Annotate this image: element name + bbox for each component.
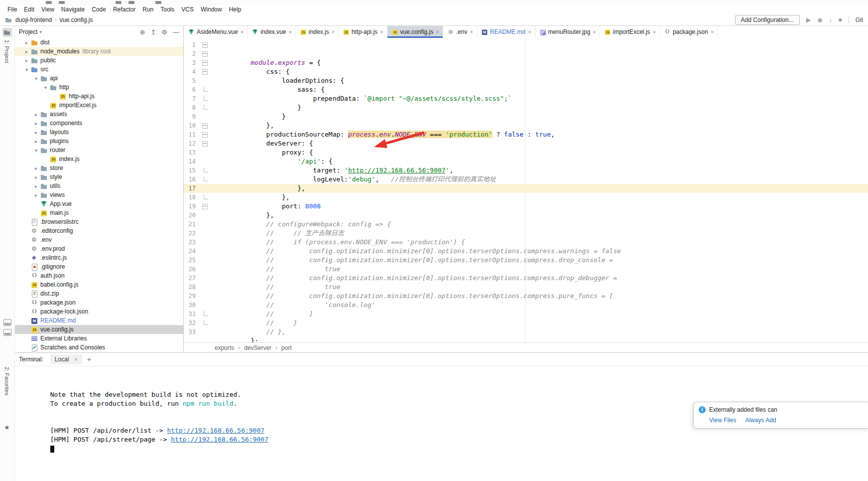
tree-chevron-icon[interactable]: ▸ bbox=[32, 130, 40, 135]
code-line[interactable]: 17 port: 8008 bbox=[184, 184, 868, 193]
fold-icon[interactable] bbox=[204, 194, 208, 199]
menu-item[interactable]: Navigate bbox=[58, 6, 88, 13]
menu-item[interactable]: Refactor bbox=[110, 6, 139, 13]
chevron-down-icon[interactable] bbox=[39, 29, 42, 34]
close-tab-icon[interactable] bbox=[711, 29, 714, 35]
project-tool-button[interactable]: 1: Project bbox=[4, 40, 10, 63]
code-line[interactable]: 9 productionSourceMap: process.env.NODE_… bbox=[184, 112, 868, 121]
code-line[interactable]: 25 // config.optimization.minimizer[0].o… bbox=[184, 256, 868, 265]
project-tool-icon[interactable] bbox=[2, 28, 12, 37]
tree-row[interactable]: .editorconfig bbox=[15, 226, 183, 235]
tree-row[interactable]: .env bbox=[15, 235, 183, 244]
tree-row[interactable]: .env.prod bbox=[15, 244, 183, 253]
tree-row[interactable]: README.md bbox=[15, 316, 183, 325]
close-terminal-tab-icon[interactable] bbox=[74, 356, 77, 362]
close-tab-icon[interactable] bbox=[241, 29, 244, 35]
fold-icon[interactable] bbox=[204, 96, 208, 101]
code-line[interactable]: 22 // config.optimization.minimizer[0].o… bbox=[184, 229, 868, 238]
tree-chevron-icon[interactable]: ▸ bbox=[32, 139, 40, 144]
close-tab-icon[interactable] bbox=[593, 29, 596, 35]
add-configuration-button[interactable]: Add Configuration... bbox=[735, 15, 800, 25]
tree-chevron-icon[interactable]: ▸ bbox=[32, 192, 40, 198]
hide-panel-icon[interactable] bbox=[173, 28, 179, 36]
close-tab-icon[interactable] bbox=[289, 29, 292, 35]
code-line[interactable]: 33 bbox=[184, 327, 868, 336]
favorites-tool-button[interactable]: 2: Favorites bbox=[4, 367, 10, 395]
editor-tab[interactable]: .env bbox=[443, 26, 477, 38]
editor-tab[interactable]: index.js bbox=[296, 26, 339, 38]
menu-item[interactable]: Help bbox=[226, 6, 245, 13]
tree-row[interactable]: ▾ api bbox=[15, 74, 183, 83]
project-panel-title[interactable]: Project bbox=[19, 28, 37, 35]
tree-row[interactable]: importExcel.js bbox=[15, 101, 183, 110]
tree-row[interactable]: auth.json bbox=[15, 271, 183, 280]
editor-tab[interactable]: README.md bbox=[477, 26, 535, 38]
tree-chevron-icon[interactable]: ▸ bbox=[32, 165, 40, 171]
code-line[interactable]: 12 '/api': { bbox=[184, 139, 868, 148]
tree-row[interactable]: dist.zip bbox=[15, 289, 183, 298]
tree-chevron-icon[interactable]: ▾ bbox=[42, 85, 49, 90]
tree-row[interactable]: ▸ node_modules library root bbox=[15, 47, 183, 56]
tree-chevron-icon[interactable]: ▸ bbox=[32, 183, 40, 189]
tree-row[interactable]: External Libraries bbox=[15, 334, 183, 343]
tree-row[interactable]: .eslintrc.js bbox=[15, 253, 183, 262]
tree-chevron-icon[interactable]: ▸ bbox=[23, 49, 30, 54]
tree-row[interactable]: ▾ http bbox=[15, 83, 183, 92]
git-widget[interactable]: Git bbox=[856, 16, 863, 23]
tree-chevron-icon[interactable]: ▾ bbox=[32, 148, 40, 153]
new-terminal-session-icon[interactable] bbox=[87, 355, 91, 363]
tree-chevron-icon[interactable]: ▾ bbox=[32, 76, 40, 81]
close-tab-icon[interactable] bbox=[332, 29, 335, 35]
fold-icon[interactable] bbox=[204, 176, 208, 181]
notification-action-link[interactable]: View Files bbox=[709, 417, 736, 424]
tree-row[interactable]: babel.config.js bbox=[15, 280, 183, 289]
code-line[interactable]: 28 // 'console.log' bbox=[184, 283, 868, 292]
code-line[interactable]: 16 }, bbox=[184, 175, 868, 184]
code-line[interactable]: 13 target: 'http://192.168.66.56:9007', bbox=[184, 148, 868, 157]
fold-icon[interactable] bbox=[204, 87, 208, 92]
tool-window-icon[interactable] bbox=[3, 319, 11, 326]
favorites-star-icon[interactable] bbox=[4, 424, 10, 431]
breadcrumb-project[interactable]: duoji-frontend bbox=[15, 16, 52, 23]
code-line[interactable]: 4 sass: { bbox=[184, 67, 868, 76]
tree-row[interactable]: package-lock.json bbox=[15, 307, 183, 316]
code-line[interactable]: 27 // config.optimization.minimizer[0].o… bbox=[184, 274, 868, 283]
menu-item[interactable]: Run bbox=[139, 6, 157, 13]
fold-icon[interactable] bbox=[204, 167, 208, 172]
notification-action-link[interactable]: Always Add bbox=[745, 417, 776, 424]
tree-chevron-icon[interactable]: ▸ bbox=[32, 174, 40, 180]
tree-row[interactable]: ▸ views bbox=[15, 190, 183, 199]
tree-row[interactable]: ▸ store bbox=[15, 163, 183, 172]
fold-icon[interactable] bbox=[202, 141, 208, 147]
code-line[interactable]: 5 prependData: `@import "~@/assets/scss/… bbox=[184, 76, 868, 85]
tree-row[interactable]: http-api.js bbox=[15, 92, 183, 101]
code-line[interactable]: 30 // } bbox=[184, 301, 868, 310]
fold-icon[interactable] bbox=[202, 204, 208, 209]
tree-chevron-icon[interactable]: ▾ bbox=[23, 67, 30, 72]
code-line[interactable]: 21 // if (process.env.NODE_ENV === 'prod… bbox=[184, 220, 868, 229]
menu-item[interactable]: Code bbox=[88, 6, 110, 13]
tree-chevron-icon[interactable]: ▸ bbox=[23, 58, 30, 63]
breadcrumb-item[interactable]: port bbox=[281, 344, 300, 351]
code-line[interactable]: 14 logLevel:'debug', //控制台终端打印代理前的真实地址 bbox=[184, 157, 868, 166]
tree-row[interactable]: ▸ utils bbox=[15, 181, 183, 190]
tree-row[interactable]: ▾ router bbox=[15, 146, 183, 155]
close-tab-icon[interactable] bbox=[652, 29, 655, 35]
tree-row[interactable]: ▸ style bbox=[15, 172, 183, 181]
code-line[interactable]: 15 }, bbox=[184, 166, 868, 175]
menu-item[interactable]: View bbox=[38, 6, 58, 13]
code-line[interactable]: 19 // configureWebpack: config => { bbox=[184, 202, 868, 211]
code-line[interactable]: 3 loaderOptions: { bbox=[184, 58, 868, 67]
gear-icon[interactable] bbox=[161, 28, 167, 36]
tree-row[interactable]: ▸ layouts bbox=[15, 128, 183, 137]
fold-icon[interactable] bbox=[202, 60, 208, 66]
breadcrumb-file[interactable]: vue.config.js bbox=[60, 16, 93, 23]
tree-row[interactable]: .gitignore bbox=[15, 262, 183, 271]
editor-tab[interactable]: http-api.js bbox=[339, 26, 387, 38]
editor-tab[interactable]: importExcel.js bbox=[600, 26, 660, 38]
tree-row[interactable]: index.js bbox=[15, 155, 183, 163]
close-tab-icon[interactable] bbox=[436, 29, 439, 35]
tree-row[interactable]: main.js bbox=[15, 208, 183, 217]
tree-row[interactable]: Scratches and Consoles bbox=[15, 343, 183, 352]
menu-item[interactable]: Edit bbox=[20, 6, 38, 13]
